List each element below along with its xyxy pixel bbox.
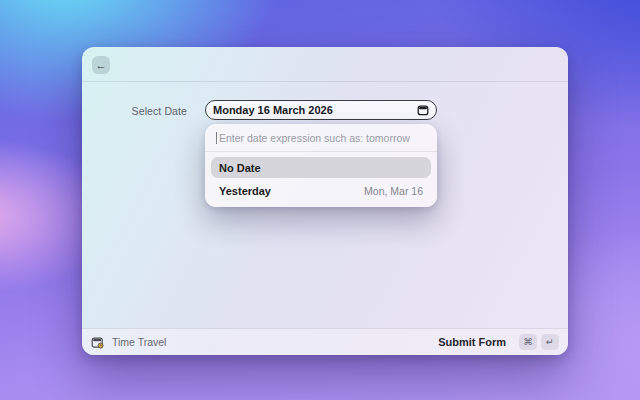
text-caret bbox=[216, 132, 217, 144]
date-input-field[interactable]: Monday 16 March 2026 bbox=[205, 100, 437, 120]
dropdown-options-list: No Date Yesterday Mon, Mar 16 bbox=[205, 152, 437, 207]
window-footer: Time Travel Submit Form ⌘ ↵ bbox=[82, 328, 568, 355]
date-field-value: Monday 16 March 2026 bbox=[213, 104, 411, 116]
option-detail: Mon, Mar 16 bbox=[364, 185, 423, 197]
app-name: Time Travel bbox=[112, 336, 166, 348]
calendar-icon bbox=[417, 104, 429, 116]
window-header: ← bbox=[82, 47, 568, 82]
date-expression-input[interactable] bbox=[219, 132, 426, 144]
select-date-label: Select Date bbox=[82, 105, 187, 117]
back-arrow-icon: ← bbox=[96, 60, 107, 71]
dropdown-search-row[interactable] bbox=[205, 124, 437, 152]
option-label: No Date bbox=[219, 162, 261, 174]
submit-form-button[interactable]: Submit Form bbox=[438, 336, 506, 348]
date-dropdown-popup: No Date Yesterday Mon, Mar 16 bbox=[205, 124, 437, 207]
command-key-icon[interactable]: ⌘ bbox=[519, 334, 537, 350]
option-yesterday[interactable]: Yesterday Mon, Mar 16 bbox=[211, 180, 431, 201]
time-travel-window: ← Select Date Monday 16 March 2026 No Da… bbox=[82, 47, 568, 355]
back-button[interactable]: ← bbox=[92, 56, 110, 74]
calendar-clock-icon bbox=[91, 336, 104, 349]
option-label: Yesterday bbox=[219, 185, 271, 197]
return-key-icon[interactable]: ↵ bbox=[541, 334, 559, 350]
option-no-date[interactable]: No Date bbox=[211, 157, 431, 178]
